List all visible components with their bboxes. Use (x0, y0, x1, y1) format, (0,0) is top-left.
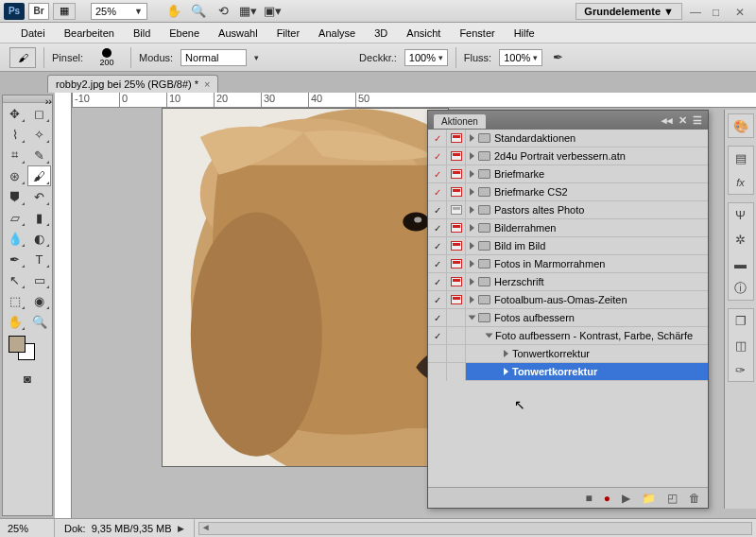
type-tool[interactable]: T (27, 249, 51, 269)
path-select-tool[interactable]: ↖ (3, 269, 26, 290)
hand-tool[interactable]: ✋ (3, 311, 26, 332)
history-brush-tool[interactable]: ↶ (27, 186, 51, 207)
panel-collapse-icon[interactable]: ◂◂ (662, 114, 673, 127)
toggle-checkmark[interactable] (434, 258, 441, 269)
disclosure-triangle-icon[interactable] (470, 206, 474, 214)
hand-tool-icon[interactable]: ✋ (166, 4, 181, 19)
menu-hilfe[interactable]: Hilfe (505, 25, 544, 42)
toggle-checkmark[interactable] (434, 276, 441, 287)
actions-tab[interactable]: Aktionen (434, 114, 486, 129)
toggle-checkmark[interactable] (434, 186, 441, 198)
action-row[interactable]: Tonwertkorrektur (428, 363, 708, 381)
channels-panel-icon[interactable]: ◫ (732, 338, 749, 353)
crop-tool[interactable]: ⌗ (3, 145, 26, 165)
action-row[interactable]: 2d4u Portrait verbessern.atn (428, 147, 708, 165)
menu-datei[interactable]: Datei (11, 25, 55, 42)
action-row[interactable]: Bild im Bild (428, 237, 708, 255)
disclosure-triangle-icon[interactable] (470, 170, 474, 178)
play-button[interactable]: ▶ (622, 492, 630, 505)
arrange-docs-icon[interactable]: ▦▾ (240, 4, 255, 19)
close-button[interactable]: ✕ (735, 6, 750, 17)
dialog-toggle-icon[interactable] (451, 259, 462, 268)
layers-panel-icon[interactable]: ❐ (732, 313, 749, 328)
delete-button[interactable]: 🗑 (689, 492, 700, 505)
dialog-toggle-icon[interactable] (451, 169, 462, 179)
disclosure-triangle-icon[interactable] (470, 260, 474, 268)
brushes-panel-icon[interactable]: Ψ (732, 207, 749, 222)
brush-tool[interactable]: 🖌 (27, 165, 51, 186)
menu-bearbeiten[interactable]: Bearbeiten (55, 25, 124, 42)
close-tab-icon[interactable]: × (204, 78, 210, 90)
mini-bridge-button[interactable]: ▦ (53, 3, 76, 20)
workspace-dropdown[interactable]: Grundelemente ▼ (576, 3, 682, 20)
vertical-ruler[interactable] (55, 93, 72, 518)
action-row[interactable]: Briefmarke CS2 (428, 183, 708, 201)
blur-tool[interactable]: 💧 (3, 228, 26, 249)
color-swatches[interactable] (3, 332, 52, 364)
healing-brush-tool[interactable]: ⊛ (3, 165, 26, 186)
eyedropper-tool[interactable]: ✎ (27, 145, 51, 165)
document-tab[interactable]: robby2.jpg bei 25% (RGB/8#) * × (47, 75, 218, 93)
disclosure-triangle-icon[interactable] (504, 368, 508, 375)
flow-field[interactable]: 100%▾ (499, 49, 542, 66)
actions-list[interactable]: Standardaktionen2d4u Portrait verbessern… (428, 130, 708, 487)
horizontal-ruler[interactable]: -1001020304050 (72, 93, 756, 108)
action-row[interactable]: Fotos aufbessern (428, 309, 708, 327)
disclosure-triangle-icon[interactable] (486, 334, 493, 338)
histogram-panel-icon[interactable]: ▬ (732, 256, 749, 271)
styles-panel-icon[interactable]: fx (732, 175, 749, 190)
magic-wand-tool[interactable]: ✧ (27, 124, 51, 145)
menu-bild[interactable]: Bild (124, 25, 160, 42)
action-row[interactable]: Fotos in Marmorrahmen (428, 255, 708, 273)
horizontal-scrollbar[interactable] (198, 522, 752, 535)
opacity-field[interactable]: 100%▾ (404, 49, 448, 66)
toggle-checkmark[interactable] (434, 132, 441, 144)
clone-stamp-tool[interactable]: ⛊ (3, 186, 26, 207)
menu-ansicht[interactable]: Ansicht (397, 25, 450, 42)
toggle-checkmark[interactable] (434, 150, 441, 162)
toggle-checkmark[interactable] (434, 168, 441, 180)
action-row[interactable]: Tonwertkorrektur (428, 345, 708, 363)
current-tool-preset[interactable]: 🖌 (9, 47, 36, 68)
disclosure-triangle-icon[interactable] (470, 278, 474, 286)
dialog-toggle-icon[interactable] (451, 151, 462, 161)
panel-menu-icon[interactable]: ☰ (693, 114, 702, 127)
toolbox-collapse[interactable]: ›› (3, 95, 52, 103)
brush-preset-picker[interactable]: 200 (91, 45, 123, 70)
dialog-toggle-icon[interactable] (451, 133, 462, 143)
toggle-checkmark[interactable] (434, 204, 441, 216)
record-button[interactable]: ● (604, 492, 610, 505)
actions-panel-header[interactable]: Aktionen ◂◂ ✕ ☰ (428, 111, 708, 130)
toggle-checkmark[interactable] (434, 294, 441, 305)
minimize-button[interactable]: — (690, 6, 705, 17)
new-set-button[interactable]: 📁 (642, 492, 656, 505)
disclosure-triangle-icon[interactable] (470, 152, 474, 160)
lasso-tool[interactable]: ⌇ (3, 124, 26, 145)
action-row[interactable]: Briefmarke (428, 165, 708, 183)
new-action-button[interactable]: ◰ (667, 492, 678, 505)
document-canvas[interactable] (162, 108, 449, 467)
3d-tool[interactable]: ⬚ (3, 290, 26, 311)
disclosure-triangle-icon[interactable] (470, 224, 474, 232)
adjustments-panel-icon[interactable]: ▤ (732, 150, 749, 165)
menu-auswahl[interactable]: Auswahl (209, 25, 267, 42)
marquee-tool[interactable]: ◻ (27, 103, 51, 124)
menu-3d[interactable]: 3D (365, 25, 397, 42)
toggle-checkmark[interactable] (434, 222, 441, 234)
3d-camera-tool[interactable]: ◉ (27, 290, 51, 311)
blend-mode-dropdown[interactable]: Normal (180, 49, 247, 66)
menu-fenster[interactable]: Fenster (450, 25, 504, 42)
menu-analyse[interactable]: Analyse (309, 25, 365, 42)
status-doc-size[interactable]: Dok: 9,35 MB/9,35 MB ▶ (55, 519, 195, 537)
panel-close-icon[interactable]: ✕ (679, 114, 687, 127)
rotate-view-icon[interactable]: ⟲ (215, 4, 231, 19)
dialog-toggle-icon[interactable] (451, 187, 462, 197)
dialog-toggle-icon[interactable] (451, 277, 462, 286)
foreground-color-swatch[interactable] (9, 336, 26, 353)
quick-mask-button[interactable]: ◙ (16, 368, 40, 389)
zoom-dropdown[interactable]: 25% ▼ (91, 3, 147, 20)
bridge-logo-icon[interactable]: Br (28, 3, 49, 20)
zoom-tool[interactable]: 🔍 (27, 311, 51, 332)
info-panel-icon[interactable]: ⓘ (732, 281, 749, 296)
eraser-tool[interactable]: ▱ (3, 207, 26, 228)
